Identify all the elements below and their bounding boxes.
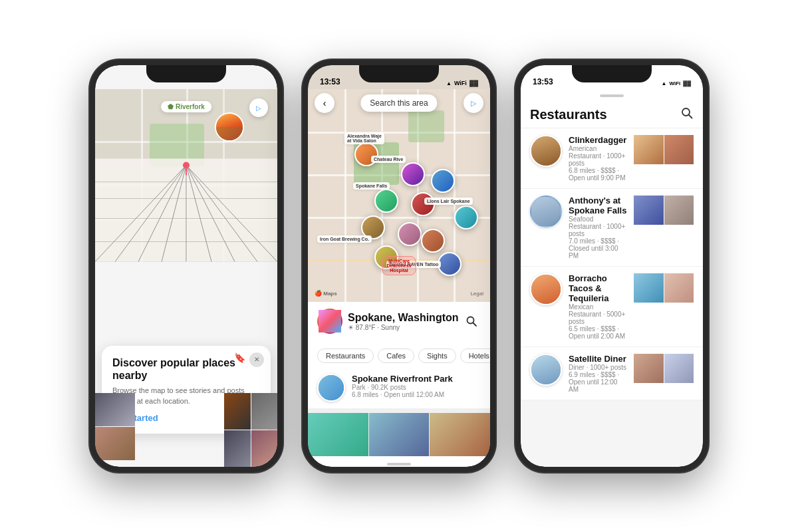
phone-2-notch [359, 65, 439, 82]
restaurant-avatar-1 [530, 135, 562, 167]
apple-maps-icon: 🍎 [315, 290, 322, 297]
place-bubble-11[interactable] [438, 252, 462, 276]
restaurant-meta-3: 6.5 miles · $$$$ · Open until 2:00 AM [569, 325, 627, 340]
place-bubble-8[interactable] [398, 222, 422, 246]
left-photo-2 [95, 427, 135, 460]
restaurant-photos-4 [634, 354, 694, 383]
place-meta: 6.8 miles · Open until 12:00 AM [352, 391, 481, 398]
restaurant-photos-3 [634, 273, 694, 303]
bottom-photo-grid [224, 393, 277, 467]
r4-photo-1 [634, 354, 664, 383]
phone-2: 13:53 ▲ WiFi ▓▓ [303, 60, 495, 472]
navigate-btn-1[interactable]: ▷ [249, 98, 268, 117]
left-photos [95, 393, 135, 460]
location-avatar [317, 309, 342, 334]
location-info: Spokane, Washington ☀ 87.8°F · Sunny [348, 312, 462, 331]
restaurant-type-3: Mexican Restaurant · 5000+ posts [569, 303, 627, 325]
restaurant-item-4[interactable]: Satellite Diner Diner · 1000+ posts 6.9 … [521, 347, 703, 400]
road-v1 [344, 89, 346, 302]
r2-avatar-img [531, 197, 561, 226]
close-btn[interactable]: ✕ [249, 352, 264, 367]
svg-point-14 [183, 162, 190, 169]
chip-sights[interactable]: Sights [418, 348, 456, 363]
photo-cell-1 [224, 393, 251, 430]
filter-chips: Restaurants Cafes Sights Hotels Parks [308, 344, 490, 367]
search-btn-3[interactable] [680, 106, 694, 122]
search-icon-2 [466, 315, 477, 327]
place-photos [308, 413, 490, 456]
phone-3-screen: 13:53 ▲ WiFi ▓▓ Restaurants [521, 65, 703, 467]
r1-photo-1 [634, 135, 664, 164]
restaurant-info-2: Anthony's at Spokane Falls Seafood Resta… [569, 196, 627, 259]
back-btn-2[interactable]: ‹ [315, 93, 334, 113]
restaurant-item-2[interactable]: Anthony's at Spokane Falls Seafood Resta… [521, 189, 703, 267]
label-iron-goat: Iron Goat Brewing Co. [317, 235, 372, 243]
phone-2-screen: 13:53 ▲ WiFi ▓▓ [308, 65, 490, 467]
place-avatar-img [319, 375, 344, 400]
place-photo-2 [369, 413, 430, 456]
restaurant-meta-4: 6.9 miles · $$$$ · Open until 12:00 AM [569, 371, 627, 393]
nav-icon: ▷ [471, 99, 476, 108]
r2-photo-1 [634, 196, 664, 225]
chip-cafes[interactable]: Cafes [378, 348, 414, 363]
time-3: 13:53 [533, 77, 553, 86]
chip-hotels[interactable]: Hotels [460, 348, 490, 363]
chip-restaurants[interactable]: Restaurants [317, 348, 374, 363]
legal-link[interactable]: Legal [470, 291, 483, 297]
r3-photo-2 [664, 273, 694, 303]
place-bubble-3[interactable] [431, 169, 455, 193]
phone-1-notch [146, 65, 226, 82]
svg-point-18 [682, 108, 690, 116]
restaurant-item-3[interactable]: Borracho Tacos & Tequileria Mexican Rest… [521, 267, 703, 347]
battery-icon-2: ▓▓ [469, 80, 478, 86]
photo-cell-4 [251, 430, 278, 467]
r3-photo-1 [634, 273, 664, 303]
search-btn-2[interactable] [462, 312, 481, 331]
place-bubble-9[interactable] [421, 229, 445, 253]
label-spokane-falls: Spokane Falls [353, 182, 390, 190]
phone-3: 13:53 ▲ WiFi ▓▓ Restaurants [515, 60, 708, 472]
road-h1 [308, 132, 490, 134]
label-alexandra: Alexandra Wajeat Vida Salon [344, 132, 384, 144]
location-header: Spokane, Washington ☀ 87.8°F · Sunny [308, 302, 490, 344]
place-info: Spokane Riverfront Park Park · 90.2K pos… [352, 374, 481, 398]
photo-cell-3 [224, 430, 251, 467]
place-bubble-4[interactable] [374, 189, 398, 213]
restaurant-meta-2: 7.0 miles · $$$$ · Closed until 3:00 PM [569, 237, 627, 259]
restaurant-photos-1 [634, 135, 694, 164]
multicare-label: MultiCareDeaconessHospital [387, 259, 412, 273]
top-handle-area [521, 89, 703, 100]
restaurant-info-1: Clinkerdagger American Restaurant · 1000… [569, 135, 627, 182]
bottom-handle-area [308, 456, 490, 467]
signal-icon-1: ●●● [256, 80, 266, 86]
battery-icon-3: ▓▓ [683, 80, 691, 86]
restaurant-name-4: Satellite Diner [569, 354, 627, 364]
place-bubble-2[interactable] [401, 162, 425, 186]
svg-line-19 [689, 115, 692, 118]
phone-3-notch [572, 65, 652, 82]
restaurant-info-3: Borracho Tacos & Tequileria Mexican Rest… [569, 273, 627, 340]
restaurant-name-2: Anthony's at Spokane Falls [569, 196, 627, 215]
map-view-2: Alexandra Wajeat Vida Salon Chateau Rive… [308, 89, 490, 302]
bookmark-icon: 🔖 [234, 352, 245, 363]
place-bubble-6[interactable] [454, 205, 478, 229]
restaurant-item-1[interactable]: Clinkerdagger American Restaurant · 1000… [521, 128, 703, 189]
restaurant-type-2: Seafood Restaurant · 1000+ posts [569, 215, 627, 237]
place-photo-3 [430, 413, 490, 456]
nav-btn-2[interactable]: ▷ [464, 93, 483, 113]
left-photo-1 [95, 393, 135, 426]
search-bar-2[interactable]: Search this area [360, 94, 437, 112]
location-badge: ⬟ Riverfork [161, 101, 211, 112]
restaurant-avatar-4 [530, 354, 562, 386]
restaurant-name-1: Clinkerdagger [569, 135, 627, 145]
place-photo-1 [308, 413, 368, 456]
top-pull-handle [600, 94, 624, 97]
multicare-badge: MultiCareDeaconessHospital [382, 256, 416, 275]
restaurant-avatar-3 [530, 273, 562, 305]
label-chateau: Chateau Rive [371, 156, 406, 163]
restaurant-info-4: Satellite Diner Diner · 1000+ posts 6.9 … [569, 354, 627, 393]
road-h2 [308, 174, 490, 176]
avatar-img-1 [216, 114, 243, 140]
map-avatar-1 [215, 112, 244, 142]
persp-grid [95, 158, 277, 262]
